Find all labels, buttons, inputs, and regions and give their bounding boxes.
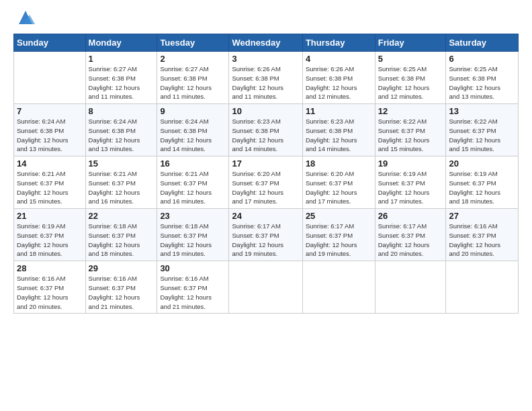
day-number: 13 [449,106,515,116]
day-number: 2 [160,54,226,64]
calendar-cell: 16Sunrise: 6:21 AMSunset: 6:37 PMDayligh… [157,156,229,209]
calendar-cell: 5Sunrise: 6:25 AMSunset: 6:38 PMDaylight… [375,52,446,104]
day-info: Sunrise: 6:21 AMSunset: 6:37 PMDaylight:… [17,169,83,206]
day-number: 12 [378,106,443,116]
week-row-1: 1Sunrise: 6:27 AMSunset: 6:38 PMDaylight… [14,52,519,104]
calendar-cell: 15Sunrise: 6:21 AMSunset: 6:37 PMDayligh… [85,156,157,209]
calendar-cell: 11Sunrise: 6:23 AMSunset: 6:38 PMDayligh… [302,104,375,156]
day-number: 25 [306,211,372,221]
calendar-cell: 1Sunrise: 6:27 AMSunset: 6:38 PMDaylight… [85,52,157,104]
header-day-friday: Friday [375,34,446,52]
header-day-wednesday: Wednesday [229,34,302,52]
calendar-cell: 9Sunrise: 6:24 AMSunset: 6:38 PMDaylight… [157,104,229,156]
day-info: Sunrise: 6:20 AMSunset: 6:37 PMDaylight:… [232,169,299,206]
calendar-cell: 17Sunrise: 6:20 AMSunset: 6:37 PMDayligh… [229,156,302,209]
calendar-cell: 10Sunrise: 6:23 AMSunset: 6:38 PMDayligh… [229,104,302,156]
calendar-cell [302,261,375,314]
day-number: 15 [89,158,154,169]
day-number: 18 [306,158,372,169]
calendar-cell [375,261,446,314]
day-number: 27 [449,211,515,221]
calendar-table: SundayMondayTuesdayWednesdayThursdayFrid… [13,34,519,314]
day-info: Sunrise: 6:16 AMSunset: 6:37 PMDaylight:… [17,274,83,311]
day-number: 8 [89,106,154,116]
day-info: Sunrise: 6:17 AMSunset: 6:37 PMDaylight:… [232,222,299,259]
calendar-body: 1Sunrise: 6:27 AMSunset: 6:38 PMDaylight… [14,52,519,314]
calendar-cell: 26Sunrise: 6:17 AMSunset: 6:37 PMDayligh… [375,209,446,261]
day-info: Sunrise: 6:17 AMSunset: 6:37 PMDaylight:… [378,222,443,259]
day-number: 26 [378,211,443,221]
day-info: Sunrise: 6:16 AMSunset: 6:37 PMDaylight:… [160,274,226,311]
day-info: Sunrise: 6:21 AMSunset: 6:37 PMDaylight:… [160,169,226,206]
week-row-5: 28Sunrise: 6:16 AMSunset: 6:37 PMDayligh… [14,261,519,314]
day-number: 24 [232,211,299,221]
day-info: Sunrise: 6:25 AMSunset: 6:38 PMDaylight:… [378,64,443,101]
calendar-cell: 2Sunrise: 6:27 AMSunset: 6:38 PMDaylight… [157,52,229,104]
calendar-cell: 27Sunrise: 6:16 AMSunset: 6:37 PMDayligh… [446,209,519,261]
day-info: Sunrise: 6:26 AMSunset: 6:38 PMDaylight:… [232,64,299,101]
day-number: 10 [232,106,299,116]
day-number: 5 [378,54,443,64]
day-number: 16 [160,158,226,169]
day-info: Sunrise: 6:25 AMSunset: 6:38 PMDaylight:… [449,64,515,101]
day-info: Sunrise: 6:21 AMSunset: 6:37 PMDaylight:… [89,169,154,206]
calendar-cell: 3Sunrise: 6:26 AMSunset: 6:38 PMDaylight… [229,52,302,104]
calendar-cell: 12Sunrise: 6:22 AMSunset: 6:37 PMDayligh… [375,104,446,156]
day-number: 7 [17,106,83,116]
week-row-2: 7Sunrise: 6:24 AMSunset: 6:38 PMDaylight… [14,104,519,156]
calendar-cell: 20Sunrise: 6:19 AMSunset: 6:37 PMDayligh… [446,156,519,209]
calendar-cell: 13Sunrise: 6:22 AMSunset: 6:37 PMDayligh… [446,104,519,156]
calendar-cell: 18Sunrise: 6:20 AMSunset: 6:37 PMDayligh… [302,156,375,209]
week-row-4: 21Sunrise: 6:19 AMSunset: 6:37 PMDayligh… [14,209,519,261]
calendar-cell: 6Sunrise: 6:25 AMSunset: 6:38 PMDaylight… [446,52,519,104]
calendar-cell: 7Sunrise: 6:24 AMSunset: 6:38 PMDaylight… [14,104,86,156]
calendar-cell: 28Sunrise: 6:16 AMSunset: 6:37 PMDayligh… [14,261,86,314]
header-row: SundayMondayTuesdayWednesdayThursdayFrid… [14,34,519,52]
calendar-cell: 14Sunrise: 6:21 AMSunset: 6:37 PMDayligh… [14,156,86,209]
day-number: 28 [17,263,83,273]
day-number: 3 [232,54,299,64]
day-info: Sunrise: 6:24 AMSunset: 6:38 PMDaylight:… [89,117,154,154]
calendar-cell: 21Sunrise: 6:19 AMSunset: 6:37 PMDayligh… [14,209,86,261]
day-number: 9 [160,106,226,116]
calendar-cell: 8Sunrise: 6:24 AMSunset: 6:38 PMDaylight… [85,104,157,156]
day-info: Sunrise: 6:16 AMSunset: 6:37 PMDaylight:… [89,274,154,311]
day-number: 22 [89,211,154,221]
header-day-saturday: Saturday [446,34,519,52]
header-day-sunday: Sunday [14,34,86,52]
day-info: Sunrise: 6:22 AMSunset: 6:37 PMDaylight:… [449,117,515,154]
day-info: Sunrise: 6:19 AMSunset: 6:37 PMDaylight:… [17,222,83,259]
calendar-cell [14,52,86,104]
day-info: Sunrise: 6:16 AMSunset: 6:37 PMDaylight:… [449,222,515,259]
calendar-header: SundayMondayTuesdayWednesdayThursdayFrid… [14,34,519,52]
calendar-cell: 19Sunrise: 6:19 AMSunset: 6:37 PMDayligh… [375,156,446,209]
header-day-tuesday: Tuesday [157,34,229,52]
day-info: Sunrise: 6:22 AMSunset: 6:37 PMDaylight:… [378,117,443,154]
day-info: Sunrise: 6:23 AMSunset: 6:38 PMDaylight:… [232,117,299,154]
day-info: Sunrise: 6:26 AMSunset: 6:38 PMDaylight:… [306,64,372,101]
calendar-cell: 24Sunrise: 6:17 AMSunset: 6:37 PMDayligh… [229,209,302,261]
day-number: 14 [17,158,83,169]
day-info: Sunrise: 6:20 AMSunset: 6:37 PMDaylight:… [306,169,372,206]
logo [13,11,35,27]
day-number: 20 [449,158,515,169]
day-info: Sunrise: 6:18 AMSunset: 6:37 PMDaylight:… [89,222,154,259]
calendar-cell: 23Sunrise: 6:18 AMSunset: 6:37 PMDayligh… [157,209,229,261]
day-info: Sunrise: 6:23 AMSunset: 6:38 PMDaylight:… [306,117,372,154]
calendar-cell: 4Sunrise: 6:26 AMSunset: 6:38 PMDaylight… [302,52,375,104]
day-number: 1 [89,54,154,64]
calendar-cell [229,261,302,314]
day-number: 6 [449,54,515,64]
day-number: 29 [89,263,154,273]
day-info: Sunrise: 6:24 AMSunset: 6:38 PMDaylight:… [17,117,83,154]
day-info: Sunrise: 6:27 AMSunset: 6:38 PMDaylight:… [89,64,154,101]
day-info: Sunrise: 6:24 AMSunset: 6:38 PMDaylight:… [160,117,226,154]
day-number: 17 [232,158,299,169]
day-number: 4 [306,54,372,64]
calendar-cell [446,261,519,314]
day-number: 19 [378,158,443,169]
day-info: Sunrise: 6:17 AMSunset: 6:37 PMDaylight:… [306,222,372,259]
header [13,11,519,27]
header-day-monday: Monday [85,34,157,52]
calendar-cell: 29Sunrise: 6:16 AMSunset: 6:37 PMDayligh… [85,261,157,314]
